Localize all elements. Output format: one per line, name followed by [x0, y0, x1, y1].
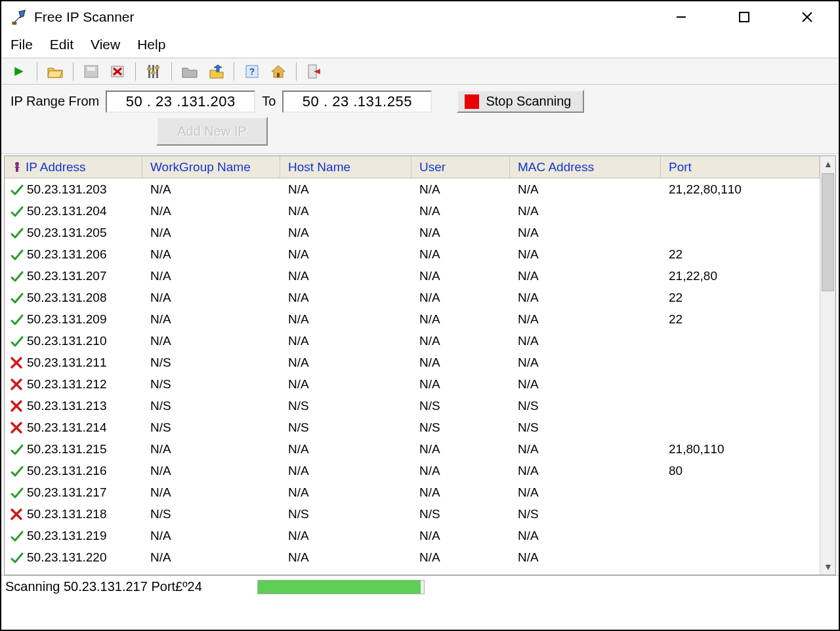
svg-rect-20 — [277, 73, 280, 77]
ip-value: 50.23.131.215 — [27, 442, 107, 457]
svg-marker-24 — [14, 165, 20, 168]
menu-view[interactable]: View — [91, 37, 120, 52]
column-header-hostname[interactable]: Host Name — [280, 156, 411, 178]
ip-range-to-label: To — [262, 94, 276, 109]
cell-user: N/A — [411, 247, 510, 262]
table-row[interactable]: 50.23.131.217N/AN/AN/AN/A — [5, 481, 820, 503]
table-row[interactable]: 50.23.131.207N/AN/AN/AN/A21,22,80 — [5, 265, 820, 287]
start-scan-icon[interactable] — [8, 62, 30, 81]
cell-hostname: N/A — [280, 529, 411, 543]
ip-value: 50.23.131.204 — [27, 204, 107, 218]
cell-user: N/A — [411, 442, 510, 457]
cell-hostname: N/A — [280, 442, 411, 457]
help-icon[interactable]: ? — [241, 62, 263, 81]
cell-user: N/A — [411, 550, 510, 565]
table-row[interactable]: 50.23.131.214N/SN/SN/SN/S — [5, 417, 820, 438]
cell-ip: 50.23.131.210 — [5, 334, 142, 348]
scan-results-list: IP Address WorkGroup Name Host Name User… — [4, 155, 836, 575]
scroll-up-icon[interactable]: ▲ — [820, 156, 836, 172]
cell-workgroup: N/S — [142, 399, 280, 413]
menu-edit[interactable]: Edit — [50, 37, 74, 52]
ip-value: 50.23.131.203 — [27, 182, 107, 197]
column-header-mac[interactable]: MAC Address — [510, 156, 661, 178]
ip-value: 50.23.131.219 — [27, 529, 107, 543]
table-row[interactable]: 50.23.131.210N/AN/AN/AN/A — [5, 330, 820, 352]
save-disabled-icon — [80, 62, 102, 81]
check-icon — [10, 443, 23, 456]
stop-icon — [465, 94, 479, 109]
table-row[interactable]: 50.23.131.215N/AN/AN/AN/A21,80,110 — [5, 438, 820, 460]
cell-user: N/A — [411, 464, 510, 478]
cell-workgroup: N/A — [142, 182, 280, 197]
sort-icon — [12, 161, 22, 173]
maximize-button[interactable] — [732, 5, 756, 29]
options-icon[interactable] — [142, 62, 165, 81]
cell-workgroup: N/A — [142, 464, 280, 478]
cell-workgroup: N/A — [142, 247, 280, 262]
cell-user: N/A — [411, 269, 510, 283]
export-icon[interactable] — [205, 62, 227, 81]
table-row[interactable]: 50.23.131.218N/SN/SN/SN/S — [5, 503, 820, 525]
column-header-port[interactable]: Port — [661, 156, 820, 178]
cell-ip: 50.23.131.208 — [5, 291, 142, 305]
column-header-user[interactable]: User — [411, 156, 510, 178]
home-icon[interactable] — [267, 62, 289, 81]
cell-mac: N/A — [510, 269, 661, 283]
exit-icon[interactable] — [303, 62, 326, 81]
progress-bar — [257, 580, 425, 594]
table-row[interactable]: 50.23.131.205N/AN/AN/AN/A — [5, 222, 820, 243]
cell-mac: N/A — [510, 377, 661, 392]
scroll-down-icon[interactable]: ▼ — [820, 559, 836, 575]
cell-workgroup: N/A — [142, 485, 280, 500]
check-icon — [10, 270, 23, 283]
table-row[interactable]: 50.23.131.219N/AN/AN/AN/A — [5, 525, 820, 546]
table-row[interactable]: 50.23.131.220N/AN/AN/AN/A — [5, 546, 820, 568]
table-row[interactable]: 50.23.131.208N/AN/AN/AN/A22 — [5, 287, 820, 308]
ip-range-row: IP Range From 50 . 23 .131.203 To 50 . 2… — [1, 85, 839, 113]
cell-ip: 50.23.131.204 — [5, 204, 142, 218]
scroll-thumb[interactable] — [822, 173, 834, 291]
cell-workgroup: N/S — [142, 507, 280, 521]
table-row[interactable]: 50.23.131.204N/AN/AN/AN/A — [5, 200, 820, 222]
vertical-scrollbar[interactable]: ▲ ▼ — [820, 156, 835, 575]
delete-icon[interactable] — [106, 62, 129, 81]
ip-value: 50.23.131.209 — [27, 312, 107, 327]
menu-file[interactable]: File — [10, 37, 33, 52]
add-ip-row: Add New IP — [1, 113, 839, 154]
ip-value: 50.23.131.217 — [27, 485, 107, 500]
table-row[interactable]: 50.23.131.203N/AN/AN/AN/A21,22,80,110 — [5, 178, 820, 200]
cell-hostname: N/A — [280, 247, 411, 262]
table-row[interactable]: 50.23.131.211N/SN/AN/AN/A — [5, 352, 820, 373]
ip-from-input[interactable]: 50 . 23 .131.203 — [106, 91, 255, 113]
table-row[interactable]: 50.23.131.212N/SN/AN/AN/A — [5, 373, 820, 395]
table-row[interactable]: 50.23.131.206N/AN/AN/AN/A22 — [5, 243, 820, 265]
cell-user: N/A — [411, 204, 510, 218]
folder-grey-icon[interactable] — [178, 62, 201, 81]
cell-hostname: N/A — [280, 334, 411, 348]
check-icon — [10, 464, 23, 478]
ip-value: 50.23.131.206 — [27, 247, 107, 262]
menu-help[interactable]: Help — [137, 37, 165, 52]
ip-value: 50.23.131.213 — [27, 399, 107, 413]
close-button[interactable] — [795, 5, 819, 29]
cell-mac: N/A — [510, 442, 661, 457]
ip-to-input[interactable]: 50 . 23 .131.255 — [282, 91, 432, 113]
cell-workgroup: N/S — [142, 377, 280, 392]
column-header-workgroup[interactable]: WorkGroup Name — [142, 156, 280, 178]
open-folder-icon[interactable] — [44, 62, 66, 81]
cell-hostname: N/S — [280, 507, 411, 521]
ip-range-from-label: IP Range From — [10, 94, 99, 109]
cell-ip: 50.23.131.213 — [5, 399, 142, 413]
table-row[interactable]: 50.23.131.216N/AN/AN/AN/A80 — [5, 460, 820, 481]
add-new-ip-button: Add New IP — [156, 117, 268, 146]
column-headers: IP Address WorkGroup Name Host Name User… — [5, 156, 820, 178]
table-row[interactable]: 50.23.131.209N/AN/AN/AN/A22 — [5, 308, 820, 330]
stop-scanning-button[interactable]: Stop Scanning — [457, 90, 584, 113]
minimize-button[interactable] — [669, 5, 693, 29]
cell-hostname: N/A — [280, 312, 411, 327]
check-icon — [10, 313, 23, 326]
table-row[interactable]: 50.23.131.213N/SN/SN/SN/S — [5, 395, 820, 417]
cell-mac: N/A — [510, 485, 661, 500]
cell-mac: N/A — [510, 550, 661, 565]
column-header-ip[interactable]: IP Address — [5, 156, 142, 178]
